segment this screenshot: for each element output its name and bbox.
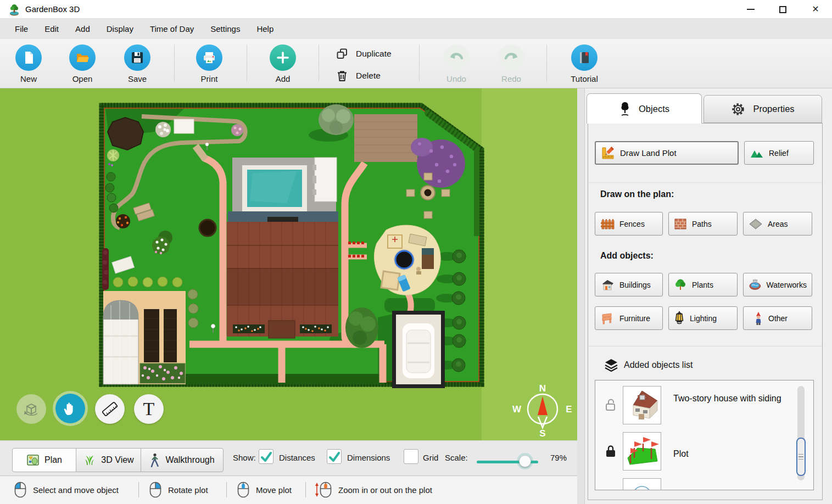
areas-button[interactable]: Areas — [743, 212, 812, 236]
menu-file[interactable]: File — [7, 20, 36, 38]
minimize-button[interactable] — [738, 0, 763, 19]
garden-bed[interactable] — [144, 309, 159, 362]
print-icon — [196, 44, 222, 71]
paths-button[interactable]: Paths — [668, 212, 738, 236]
scale-slider-thumb[interactable] — [519, 455, 531, 467]
furniture-button[interactable]: Furniture — [595, 306, 663, 330]
lantern-icon — [674, 311, 685, 326]
pink-flower-bed[interactable] — [140, 363, 185, 383]
mouse-middle-button-icon — [237, 481, 249, 498]
menu-time-of-day[interactable]: Time of Day — [142, 20, 202, 38]
pool-area[interactable] — [228, 158, 338, 222]
large-tree[interactable] — [319, 104, 354, 135]
checkbox-distances[interactable] — [259, 449, 273, 464]
playground[interactable] — [374, 225, 440, 295]
garden-bed[interactable] — [164, 309, 177, 362]
tilled-area[interactable] — [354, 114, 417, 162]
checkbox-dimensions[interactable] — [327, 449, 342, 464]
unlock-icon[interactable] — [604, 398, 617, 412]
flower-ring[interactable] — [116, 214, 130, 228]
patio[interactable] — [174, 119, 194, 133]
sandbox[interactable] — [381, 271, 400, 290]
pan-tool[interactable] — [55, 394, 85, 423]
relief-label: Relief — [769, 149, 789, 158]
white-bush[interactable] — [155, 122, 171, 137]
kitchen-garden[interactable] — [103, 291, 186, 384]
tab-objects-label: Objects — [639, 104, 669, 114]
buildings-button[interactable]: Buildings — [595, 273, 663, 296]
toolbar-separator — [174, 44, 175, 82]
garage[interactable] — [392, 311, 445, 388]
tab-walkthrough[interactable]: Walkthrough — [141, 448, 224, 472]
menu-edit[interactable]: Edit — [36, 20, 67, 38]
undo-icon — [443, 44, 470, 71]
save-button[interactable]: Save — [111, 44, 164, 83]
grid-label: Grid — [423, 453, 438, 462]
scale-value: 79% — [550, 453, 567, 462]
cube-rotate-icon — [23, 401, 40, 417]
added-objects-list[interactable]: Two-story house with siding Plot — [595, 380, 814, 490]
toolbar-separator — [546, 44, 547, 82]
pool-icon — [749, 278, 762, 292]
tab-plan[interactable]: Plan — [12, 448, 76, 472]
lock-icon[interactable] — [604, 444, 617, 458]
tab-objects[interactable]: Objects — [587, 93, 702, 124]
bench-icon — [600, 312, 615, 324]
rotate-view-tool[interactable] — [16, 394, 46, 424]
redo-button[interactable]: Redo — [485, 44, 538, 83]
fire-pit[interactable] — [199, 220, 216, 236]
other-button[interactable]: Other — [743, 306, 812, 330]
list-item-thumbnail-plot[interactable] — [623, 432, 661, 471]
gnome-icon — [753, 311, 763, 326]
menu-settings[interactable]: Settings — [202, 20, 248, 38]
house[interactable] — [227, 222, 338, 338]
plant-tree-icon — [674, 278, 687, 292]
tree-icon — [619, 102, 631, 116]
waterworks-button[interactable]: Waterworks — [743, 273, 812, 296]
plants-button[interactable]: Plants — [668, 273, 738, 296]
duplicate-button[interactable]: Duplicate — [330, 47, 417, 61]
undo-button[interactable]: Undo — [430, 44, 483, 83]
new-button[interactable]: New — [2, 44, 55, 83]
draw-land-plot-button[interactable]: Draw Land Plot — [595, 141, 739, 165]
tab-properties-label: Properties — [753, 104, 794, 114]
relief-button[interactable]: Relief — [744, 141, 814, 165]
pond[interactable] — [108, 117, 143, 150]
pink-bush[interactable] — [231, 124, 243, 136]
porch — [269, 321, 295, 338]
trampoline[interactable] — [395, 251, 413, 268]
tab-properties[interactable]: Properties — [703, 95, 822, 123]
checkbox-grid[interactable] — [404, 449, 418, 464]
close-button[interactable]: ✕ — [803, 0, 828, 19]
maximize-button[interactable] — [770, 0, 795, 19]
menu-display[interactable]: Display — [98, 20, 142, 38]
menu-add[interactable]: Add — [67, 20, 98, 38]
plan-canvas[interactable]: N W E S — [0, 88, 577, 440]
garage-tree[interactable] — [345, 307, 378, 348]
red-hedge[interactable] — [102, 248, 109, 290]
list-item-label[interactable]: Plot — [673, 448, 794, 460]
print-button[interactable]: Print — [183, 44, 236, 83]
tab-3d-view[interactable]: 3D View — [76, 448, 141, 472]
outer-grass — [482, 88, 577, 440]
delete-button[interactable]: Delete — [330, 69, 417, 83]
close-icon: ✕ — [812, 5, 819, 14]
toolbar-separator — [419, 44, 420, 82]
open-button[interactable]: Open — [56, 44, 109, 83]
measure-tool[interactable] — [95, 394, 125, 424]
menu-help[interactable]: Help — [248, 20, 282, 38]
statusbar-separator — [226, 482, 227, 497]
text-tool[interactable]: T — [134, 394, 164, 424]
save-floppy-icon — [124, 44, 150, 71]
list-item-thumbnail-partial[interactable] — [623, 478, 661, 490]
fences-button[interactable]: Fences — [595, 212, 663, 236]
add-button[interactable]: Add — [256, 44, 309, 83]
lighting-button[interactable]: Lighting — [668, 306, 738, 330]
pool-house[interactable] — [315, 158, 337, 201]
fence-icon — [600, 217, 615, 231]
list-scrollbar-thumb[interactable] — [796, 438, 806, 476]
list-item-thumbnail-house[interactable] — [623, 386, 661, 424]
small-trees[interactable] — [188, 289, 198, 328]
list-item-label[interactable]: Two-story house with siding — [673, 393, 794, 404]
tutorial-button[interactable]: Tutorial — [558, 44, 611, 83]
